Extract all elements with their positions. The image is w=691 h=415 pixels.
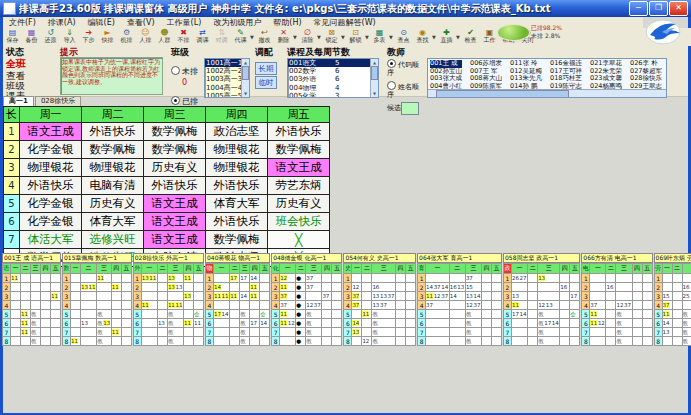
toolbar-button-机排[interactable]: ⚙机排 <box>117 28 136 44</box>
mini-cell[interactable]: 教 <box>240 337 250 346</box>
mini-cell[interactable]: 教 <box>616 337 632 346</box>
mini-cell[interactable]: 14 <box>260 319 270 328</box>
mini-cell[interactable] <box>11 337 21 346</box>
mini-cell[interactable] <box>492 301 502 310</box>
tab-028徐快乐[interactable]: 028徐快乐 <box>35 96 81 106</box>
mini-cell[interactable]: 教 13 <box>97 319 112 328</box>
mini-cell[interactable] <box>682 301 691 310</box>
mini-cell[interactable] <box>616 274 632 283</box>
mini-cell[interactable] <box>322 319 332 328</box>
mini-cell[interactable] <box>606 274 616 283</box>
mini-cell[interactable] <box>672 274 682 283</box>
mini-cell[interactable] <box>528 301 538 310</box>
toolbar-button-检查[interactable]: ✔检查 <box>461 28 480 44</box>
mini-cell[interactable] <box>560 319 570 328</box>
mini-cell[interactable] <box>492 283 502 292</box>
lesson-cell[interactable]: 外语快乐 <box>206 213 268 231</box>
course-list-scrollbar[interactable] <box>370 59 378 97</box>
mini-cell[interactable] <box>332 328 342 337</box>
mini-cell[interactable]: 教 <box>465 328 481 337</box>
lesson-cell[interactable]: 数学佩梅 <box>268 141 330 159</box>
lesson-cell[interactable]: 电脑有清 <box>82 177 144 195</box>
toolbar-button-导入[interactable]: ⇓导入 <box>60 28 79 44</box>
mini-cell[interactable]: 11 <box>184 274 194 283</box>
mini-cell[interactable] <box>51 337 61 346</box>
mini-cell[interactable]: 13 <box>512 292 528 301</box>
lesson-cell[interactable]: 物理银花 <box>20 159 82 177</box>
mini-cell[interactable] <box>528 337 538 346</box>
mini-cell[interactable]: 37 <box>306 283 322 292</box>
mini-cell[interactable]: 教 <box>167 310 183 319</box>
mini-cell[interactable]: 12 13 <box>538 301 560 310</box>
lesson-cell[interactable]: 劳艺东炳 <box>268 177 330 195</box>
mini-cell[interactable] <box>512 319 528 328</box>
lesson-cell[interactable]: ╳ <box>268 231 330 249</box>
mini-cell[interactable] <box>11 301 21 310</box>
mini-cell[interactable]: ● <box>296 292 306 301</box>
mini-cell[interactable]: 11 12 <box>590 319 606 328</box>
mini-cell[interactable] <box>482 292 492 301</box>
mini-cell[interactable] <box>482 337 492 346</box>
mini-cell[interactable] <box>194 301 204 310</box>
mini-cell[interactable] <box>41 283 51 292</box>
mini-cell[interactable] <box>449 319 465 328</box>
mini-cell[interactable] <box>230 310 240 319</box>
mini-cell[interactable] <box>121 310 131 319</box>
mini-cell[interactable] <box>51 274 61 283</box>
lesson-cell[interactable]: 语文王成 <box>268 159 330 177</box>
mini-cell[interactable] <box>426 328 450 337</box>
mini-cell[interactable] <box>157 292 167 301</box>
lesson-cell[interactable]: 班会快乐 <box>268 213 330 231</box>
mini-cell[interactable]: 教 <box>616 310 632 319</box>
lesson-cell[interactable]: 外语快乐 <box>206 177 268 195</box>
mini-cell[interactable] <box>41 274 51 283</box>
mini-cell[interactable] <box>260 292 270 301</box>
mini-cell[interactable] <box>672 319 682 328</box>
mini-cell[interactable] <box>21 337 31 346</box>
mini-cell[interactable] <box>260 274 270 283</box>
mini-cell[interactable]: ● <box>296 283 306 292</box>
mini-cell[interactable] <box>672 328 682 337</box>
lesson-cell[interactable]: 数学佩梅 <box>144 123 206 141</box>
class-list-scrollbar[interactable] <box>241 59 249 97</box>
mini-cell[interactable] <box>406 292 416 301</box>
mini-cell[interactable] <box>528 328 538 337</box>
mini-cell[interactable] <box>492 328 502 337</box>
title-bar[interactable]: 排课高手23.60版 排课调课窗体 高级用户 神舟中学 文件名: e:\pkgs… <box>0 0 691 17</box>
mini-cell[interactable]: 17 <box>230 274 240 283</box>
mini-cell[interactable]: 25 14 12 <box>682 292 691 301</box>
mini-cell[interactable] <box>406 274 416 283</box>
mini-cell[interactable] <box>642 310 652 319</box>
mini-cell[interactable]: 教 <box>306 310 322 319</box>
mini-cell[interactable] <box>184 310 194 319</box>
mini-cell[interactable] <box>632 292 642 301</box>
mini-cell[interactable]: ● <box>296 301 306 310</box>
long-term-button[interactable]: 长期 <box>255 62 277 75</box>
mini-cell[interactable]: ● <box>296 337 306 346</box>
mini-cell[interactable] <box>362 301 372 310</box>
mini-cell[interactable] <box>406 301 416 310</box>
mini-cell[interactable]: 教 <box>240 328 250 337</box>
toolbar-button-锁定[interactable]: ⊠锁定 <box>322 28 341 44</box>
mini-cell[interactable] <box>121 301 131 310</box>
mini-cell[interactable]: 教 <box>372 310 396 319</box>
mini-cell[interactable] <box>194 274 204 283</box>
mini-cell[interactable] <box>31 283 41 292</box>
mini-cell[interactable]: 37 <box>465 274 481 283</box>
mini-cell[interactable]: 13 <box>662 328 672 337</box>
mini-cell[interactable] <box>157 283 167 292</box>
mini-cell[interactable]: 15 <box>465 283 481 292</box>
mini-cell[interactable] <box>21 283 31 292</box>
lesson-cell[interactable]: 历史有义 <box>268 195 330 213</box>
mini-cell[interactable]: 11 11 <box>167 301 183 310</box>
mini-cell[interactable]: 教 <box>167 328 183 337</box>
lesson-cell[interactable]: 语文王成 <box>144 195 206 213</box>
mini-cell[interactable] <box>81 301 97 310</box>
lesson-cell[interactable]: 历史有义 <box>144 159 206 177</box>
toolbar-button-调课[interactable]: ⇄调课 <box>193 28 212 44</box>
mini-cell[interactable] <box>111 292 121 301</box>
lesson-cell[interactable]: 数学佩梅 <box>144 141 206 159</box>
mini-cell[interactable]: 37 <box>662 301 672 310</box>
teacher-block-title[interactable]: 058周志坚 政高一1 <box>503 253 580 263</box>
mini-cell[interactable] <box>71 274 81 283</box>
